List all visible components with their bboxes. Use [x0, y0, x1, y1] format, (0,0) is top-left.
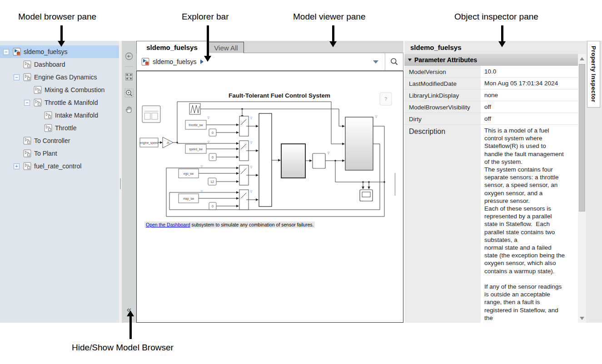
annotation-explorer-bar: Explorer bar: [182, 12, 229, 22]
annotation-model-browser-pane: Model browser pane: [18, 12, 96, 22]
zoom-in-button[interactable]: [124, 88, 134, 98]
canvas-scroll-indicator[interactable]: [394, 173, 396, 196]
scroll-up-button[interactable]: [578, 55, 586, 62]
constant-block[interactable]: 0: [209, 202, 216, 210]
callout-arrow-object-inspector: [498, 25, 506, 47]
svg-text:map_sw: map_sw: [183, 197, 194, 201]
switch-blocks[interactable]: [239, 116, 249, 210]
property-inspector-tab-label: Property Inspector: [590, 46, 597, 103]
chevron-down-icon[interactable]: [373, 60, 378, 64]
simulink-model-icon: [13, 48, 21, 56]
parameter-attributes-section-header[interactable]: Parameter Attributes: [404, 54, 578, 66]
mux-block[interactable]: [259, 113, 272, 207]
constant-block[interactable]: 0: [209, 129, 216, 136]
tree-expander-icon[interactable]: −: [14, 74, 20, 80]
property-name: LibraryLinkDisplay: [409, 89, 459, 101]
tree-expander-icon[interactable]: −: [24, 100, 30, 106]
back-button[interactable]: [124, 51, 134, 62]
svg-text:engine_speed: engine_speed: [140, 141, 159, 145]
tree-item-label: To Plant: [34, 150, 57, 157]
subsystem-icon: [23, 60, 31, 69]
fuel-rate-control-subsystem[interactable]: [281, 144, 305, 178]
breadcrumb-expand-icon[interactable]: [200, 59, 204, 64]
toolbar-divider: [124, 66, 134, 67]
property-value: off: [481, 113, 578, 125]
property-name: LastModifiedDate: [409, 78, 457, 89]
map-sw-block[interactable]: map_sw: [179, 194, 199, 203]
conversion-block[interactable]: [313, 153, 325, 168]
property-row: ModelBrowserVisibility off: [404, 101, 578, 113]
scrollbar-thumb[interactable]: [579, 64, 585, 212]
subsystem-icon: [23, 73, 31, 81]
tree-item-throttle[interactable]: Throttle: [0, 122, 119, 134]
tree-expander-icon[interactable]: −: [3, 49, 9, 55]
fit-to-view-button[interactable]: [124, 71, 134, 82]
svg-text:0: 0: [212, 205, 214, 208]
svg-text:throttle_sw: throttle_sw: [189, 123, 203, 127]
tree-item-engine-gas-dynamics[interactable]: − Engine Gas Dynamics: [0, 71, 119, 84]
scope-block[interactable]: [360, 190, 373, 201]
splitter-handle[interactable]: [120, 178, 121, 189]
pan-hand-button[interactable]: [124, 104, 134, 115]
tree-item-throttle-manifold[interactable]: − Throttle & Manifold: [0, 96, 119, 109]
subsystem-icon: [34, 86, 42, 94]
property-row-description: Description This is a model of a fuel co…: [404, 125, 578, 323]
diagram-footnote: Open the Dashboard subsystem to simulate…: [144, 221, 315, 228]
constant-block[interactable]: 0: [209, 153, 216, 161]
property-name: ModelVersion: [409, 66, 446, 78]
property-name: ModelBrowserVisibility: [409, 101, 470, 113]
constant-block[interactable]: 12: [208, 178, 216, 185]
repeating-sequence-block[interactable]: [189, 103, 200, 114]
tree-expander-icon[interactable]: +: [14, 163, 20, 169]
explorer-bar: sldemo_fuelsys: [136, 53, 403, 71]
inspector-scrollbar[interactable]: [578, 54, 586, 323]
tree-item-fuel-rate-control[interactable]: + fuel_rate_control: [0, 160, 119, 172]
property-name: Dirty: [409, 113, 422, 125]
gain-block[interactable]: -K-: [163, 137, 173, 148]
tree-item-intake-manifold[interactable]: Intake Manifold: [0, 109, 119, 122]
tree-item-label: Mixing & Combustion: [45, 86, 104, 93]
diagram-canvas[interactable]: Fault-Tolerant Fuel Control System ?: [136, 71, 403, 323]
tree-item-label: Throttle: [55, 124, 76, 132]
property-row: ModelVersion 10.0: [404, 66, 578, 78]
speed-sw-block[interactable]: speed_sw: [185, 144, 206, 153]
scroll-down-button[interactable]: [578, 315, 586, 322]
tree-item-label: sldemo_fuelsys: [24, 48, 68, 55]
property-value: off: [481, 101, 578, 113]
tree-item-label: Engine Gas Dynamics: [34, 74, 97, 81]
engine-speed-block[interactable]: engine_speed: [140, 138, 159, 147]
tree-item-sldemo-fuelsys[interactable]: − sldemo_fuelsys: [0, 45, 119, 58]
property-inspector-tab[interactable]: Property Inspector: [587, 41, 600, 108]
tab-view-all[interactable]: View All: [208, 42, 244, 53]
collapse-section-icon: [408, 59, 412, 61]
tree-item-to-controller[interactable]: To Controller: [0, 134, 119, 147]
svg-text:0: 0: [212, 156, 214, 159]
open-dashboard-link[interactable]: Open the Dashboard: [146, 222, 190, 227]
help-button[interactable]: ?: [380, 93, 392, 105]
svg-text:ego_sw: ego_sw: [184, 172, 194, 176]
tree-item-label: fuel_rate_control: [34, 162, 81, 170]
tree-item-mixing-combustion[interactable]: Mixing & Combustion: [0, 84, 119, 96]
svg-text:-K-: -K-: [166, 141, 170, 144]
breadcrumb-model-name[interactable]: sldemo_fuelsys: [153, 58, 197, 65]
callout-arrow-model-viewer: [329, 25, 337, 47]
search-icon: [390, 57, 399, 66]
property-row: LastModifiedDate Mon Aug 05 17:01:34 202…: [404, 78, 578, 89]
inspector-title: sldemo_fuelsys: [404, 41, 586, 54]
tree-item-to-plant[interactable]: To Plant: [0, 147, 119, 160]
dashboard-block[interactable]: [142, 106, 160, 123]
ego-sw-block[interactable]: ego_sw: [179, 169, 199, 178]
tab-sldemo-fuelsys[interactable]: sldemo_fuelsys: [136, 41, 208, 54]
documentation-figure: { "annotations": { "model_browser": "Mod…: [0, 0, 602, 364]
throttle-sw-block[interactable]: throttle_sw: [185, 120, 206, 129]
tree-item-dashboard[interactable]: Dashboard: [0, 58, 119, 71]
engine-gas-dynamics-subsystem[interactable]: [345, 117, 373, 170]
model-browser-pane: − sldemo_fuelsys Dashboard − Engine Gas …: [0, 41, 119, 323]
annotation-model-viewer-pane: Model viewer pane: [293, 12, 365, 22]
subsystem-icon: [23, 149, 31, 157]
search-button[interactable]: [385, 53, 403, 70]
tree-item-label: Throttle & Manifold: [45, 99, 98, 106]
property-value: none: [481, 89, 578, 101]
svg-text:0: 0: [212, 131, 214, 134]
callout-arrow-explorer-bar: [204, 25, 212, 62]
